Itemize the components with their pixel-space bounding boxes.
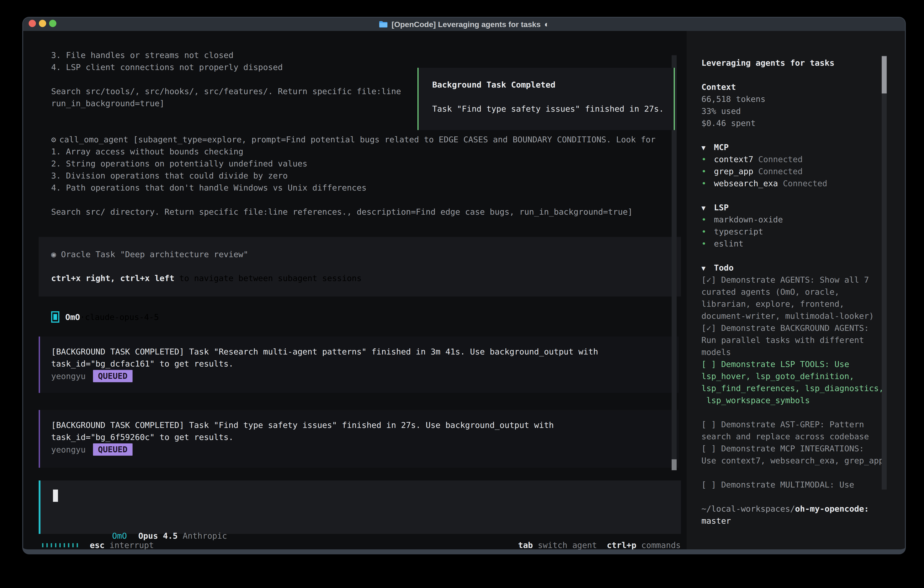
todo-line-active: lsp_workspace_symbols [701, 394, 881, 406]
message-author: yeongyu [51, 372, 86, 381]
agent-icon [51, 311, 59, 323]
workspace-path: ~/local-workspaces/oh-my-opencode: [701, 503, 881, 515]
queued-badge: QUEUED [93, 370, 132, 382]
mcp-item: •websearch_exa Connected [701, 177, 881, 189]
spacer [701, 406, 881, 418]
input-footer: OmOOpus 4.5Anthropic [53, 518, 227, 530]
status-right: tab switch agent ctrl+p commands [518, 539, 681, 551]
tool-call-item: 1. Array access without bounds checking [51, 145, 243, 158]
message-meta: yeongyu QUEUED [51, 370, 679, 382]
todo-line: document-writer, multimodal-looker) [701, 310, 881, 322]
screen: [OpenCode] Leveraging agents for tasks ◐… [0, 0, 924, 588]
terminal-window: [OpenCode] Leveraging agents for tasks ◐… [22, 17, 906, 554]
bullet-icon: • [701, 238, 714, 249]
bullet-icon: • [701, 226, 714, 238]
todo-line: search and replace across codebase [701, 430, 881, 443]
context-tokens: 66,518 tokens [701, 93, 881, 105]
mcp-item: •grep_app Connected [701, 165, 881, 177]
version-line: •OpenCode 1.0.163 [701, 551, 881, 554]
agent-header: OmO · claude-opus-4-5 [51, 311, 159, 323]
status-left: esc interrupt [42, 539, 154, 551]
main-scrollbar-thumb[interactable] [672, 459, 676, 470]
context-used: 33% used [701, 105, 881, 117]
message-author: yeongyu [51, 445, 86, 454]
lsp-section-header[interactable]: ▼LSP [701, 202, 881, 213]
esc-key: esc [90, 540, 105, 550]
zoom-button[interactable] [49, 20, 56, 27]
terminal-line: 3. File handles or streams not closed [51, 49, 234, 61]
text-cursor [53, 489, 58, 502]
message-line: task_id="bg_dcfac161" to get results. [51, 358, 679, 370]
agent-model: claude-opus-4-5 [85, 312, 159, 322]
lsp-item: •eslint [701, 238, 881, 249]
spacer [701, 491, 881, 503]
bullet-icon: • [701, 153, 714, 165]
tool-call-text: call_omo_agent [subagent_type=explore, p… [59, 135, 656, 144]
spacer [701, 527, 881, 539]
toast-body: Task "Find type safety issues" finished … [432, 103, 674, 115]
oracle-task-title: ◉ Oracle Task "Deep architecture review" [51, 248, 248, 260]
todo-line-active: [ ] Demonstrate LSP TOOLS: Use [701, 358, 881, 370]
tool-call-item: 2. String operations on potentially unde… [51, 158, 307, 170]
ctrlp-label: commands [636, 540, 681, 550]
content: 3. File handles or streams not closed 4.… [23, 31, 905, 549]
main-pane: 3. File handles or streams not closed 4.… [23, 31, 686, 549]
window-title: [OpenCode] Leveraging agents for tasks [391, 20, 541, 29]
queued-badge: QUEUED [93, 443, 132, 456]
tool-call-item: 4. Path operations that don't handle Win… [51, 182, 366, 194]
terminal-line: 4. LSP client connections not properly d… [51, 61, 283, 73]
sidebar-scrollbar-thumb[interactable] [882, 56, 887, 93]
todo-line: Use context7, websearch_exa, grep_app [701, 454, 881, 467]
todo-line: [ ] Demonstrate MCP INTEGRATIONS: [701, 443, 881, 454]
context-spent: $0.46 spent [701, 117, 881, 129]
message-meta: yeongyu QUEUED [51, 443, 679, 456]
mcp-item: •context7 Connected [701, 153, 881, 165]
todo-line: librarian, explore, frontend, [701, 298, 881, 310]
workspace-branch: master [701, 515, 881, 527]
sidebar-scrollbar-track[interactable] [882, 56, 887, 489]
spacer [701, 249, 881, 262]
todo-line-active: lsp_hover, lsp_goto_definition, [701, 370, 881, 382]
tool-call-line: ⚙call_omo_agent [subagent_type=explore, … [51, 134, 655, 145]
sidebar: Leveraging agents for tasks Context 66,5… [686, 31, 905, 549]
esc-label: interrupt [105, 540, 154, 550]
terminal-line: run_in_background=true] [51, 97, 165, 109]
spacer [701, 467, 881, 479]
todo-line: [ ] Demonstrate AST-GREP: Pattern [701, 418, 881, 430]
window-controls [29, 20, 56, 27]
todo-line: [✓] Demonstrate AGENTS: Show all 7 [701, 274, 881, 286]
separator-dot: · [80, 312, 85, 322]
terminal-line: Search src/tools/, src/hooks/, src/featu… [51, 85, 401, 97]
agent-name: OmO [65, 312, 80, 322]
ctrlp-key: ctrl+p [597, 540, 636, 550]
spacer [701, 69, 881, 81]
context-heading: Context [701, 81, 881, 93]
todo-line: Run parallel tasks with different [701, 334, 881, 346]
todo-section-header[interactable]: ▼Todo [701, 262, 881, 274]
message-block: [BACKGROUND TASK COMPLETED] Task "Find t… [39, 410, 679, 468]
status-bar: esc interrupt tab switch agent ctrl+p co… [23, 539, 686, 551]
shortcut-keys: ctrl+x right, ctrl+x left [51, 274, 174, 283]
gear-icon: ⚙ [51, 135, 56, 144]
tab-key: tab [518, 540, 533, 550]
minimize-button[interactable] [39, 20, 46, 27]
message-line: task_id="bg_6f59260c" to get results. [51, 431, 679, 443]
close-button[interactable] [29, 20, 36, 27]
session-title: Leveraging agents for tasks [701, 57, 881, 69]
bullet-icon: • [701, 551, 714, 554]
prompt-input[interactable]: OmOOpus 4.5Anthropic [39, 481, 681, 534]
loading-half-circle-icon: ◐ [544, 20, 549, 29]
tool-call-line: Search src/ directory. Return specific f… [51, 206, 633, 218]
bullet-icon: • [701, 177, 714, 189]
toast-title: Background Task Completed [432, 79, 674, 91]
oracle-task-box: ◉ Oracle Task "Deep architecture review"… [39, 237, 681, 297]
oracle-icon: ◉ [51, 249, 56, 259]
spacer [701, 539, 881, 551]
bullet-icon: • [701, 165, 714, 177]
spacer [701, 129, 881, 141]
mcp-section-header[interactable]: ▼MCP [701, 141, 881, 153]
chevron-down-icon: ▼ [701, 262, 714, 274]
lsp-item: •markdown-oxide [701, 213, 881, 226]
spacer [701, 189, 881, 202]
chevron-down-icon: ▼ [701, 202, 714, 214]
